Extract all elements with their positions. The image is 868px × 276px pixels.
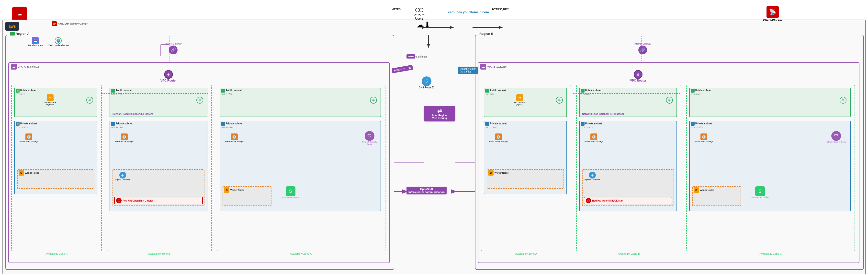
igw-b: Internet Gateway 🔗 bbox=[634, 43, 651, 55]
public-subnet-b-b: Public subnet 16.1.4.0/22 ⊕ Network Load… bbox=[579, 88, 677, 117]
worker-nodes-b-c: ⚙ Worker Nodes bbox=[692, 186, 741, 206]
vpc-peering-box: ⇄ Inter-Region VPC Peering bbox=[424, 106, 456, 121]
public-subnet-b-c: Public subnet 10.1.8.0/22 ⊕ bbox=[689, 88, 850, 117]
svg-rect-39 bbox=[691, 122, 694, 126]
svg-rect-28 bbox=[485, 89, 489, 92]
az-c-region-b: Availability Zone C Public subnet 10.1.8… bbox=[686, 85, 855, 251]
region-b-label: Region B bbox=[478, 32, 494, 35]
svg-text:💾: 💾 bbox=[33, 39, 38, 43]
openshift-b: ⭕ Red Hat OpenShift Cluster bbox=[584, 197, 672, 204]
pub-c-b-icon: ⊕ bbox=[840, 97, 846, 104]
dns-round-robin: www DNS Round-Robin bbox=[406, 54, 427, 58]
ingress-icon: ◈ bbox=[119, 172, 126, 178]
svg-rect-21 bbox=[111, 122, 115, 126]
nsg-a: 🛡 Network SecurityGroup bbox=[362, 131, 377, 145]
ingress-icon-b: ◈ bbox=[589, 172, 596, 178]
worker-nodes-a-a: ⚙ Worker Nodes bbox=[17, 169, 94, 189]
az-a-region-b: Availability Zone A Public subnet 10.1.0… bbox=[481, 85, 571, 251]
worker-icon: ⚙ bbox=[19, 170, 24, 175]
nat-icon-b: ⇒ bbox=[516, 94, 523, 101]
private-subnet-a-a: 🔒 Private subnet 10.0.12.0/22 💿 Elastic … bbox=[14, 121, 97, 194]
nat-gateway-a-a: ⇒ NAT Gateway(egress) bbox=[44, 94, 56, 106]
region-a-label: Region A bbox=[9, 32, 31, 35]
nlb-b-label: Network Load Balancer (L4 ingress) bbox=[582, 113, 624, 115]
public-subnet-a-c: Public subnet 10.0.8.0/22 ⊕ bbox=[220, 88, 381, 117]
nlb-a-label: Network Load Balancer (L4 ingress) bbox=[113, 113, 154, 115]
pub-c-icon: ⊕ bbox=[370, 97, 377, 104]
worker-nodes-a-c: ⚙ Worker Nodes bbox=[223, 186, 272, 206]
nsg-icon-a: 🛡 bbox=[365, 131, 374, 141]
svg-point-5 bbox=[419, 8, 423, 12]
iam-identity-center: 🔐 AWS IAM Identity Center bbox=[52, 21, 88, 26]
igw-a-icon: 🔗 bbox=[169, 46, 178, 54]
ebs-b-c: 💿 Elastic Block Storage bbox=[694, 134, 713, 142]
cloud-download-icon: ☁⬇ bbox=[416, 20, 431, 29]
www-badge: www bbox=[406, 54, 415, 58]
submariner-icon-a: S bbox=[286, 186, 296, 196]
pub-b-b-icon: ⊕ bbox=[666, 97, 673, 104]
private-subnet-b-b: Private subnet 10.1.16.0/22 💿 Elastic Bl… bbox=[579, 121, 677, 211]
pub-b-icon: ⊕ bbox=[196, 97, 203, 104]
elastic-backup-icon: 🪣 Elastic backup bucket bbox=[48, 37, 69, 47]
ebs-b-a: 💿 Elastic Block Storage bbox=[489, 134, 508, 142]
worker-icon-c: ⚙ bbox=[224, 187, 229, 193]
vpc-router-b-icon: ⊕ bbox=[634, 70, 643, 79]
svg-text:☁: ☁ bbox=[12, 65, 15, 68]
submariner-b: S Submariner Broker bbox=[751, 186, 769, 199]
dns-route53: 🛡 DNS Route 53 bbox=[419, 76, 434, 89]
redhat-logo-icon: ☁ bbox=[12, 7, 27, 21]
public-subnet-b-a: Public subnet 10.1.0/22 ⇒ NAT Gateway(eg… bbox=[484, 88, 567, 117]
architecture-diagram: aws 🔐 AWS IAM Identity Center Users 📡 Cl… bbox=[2, 20, 866, 274]
worker-nodes-b-a: ⚙ Worker Nodes bbox=[487, 169, 564, 189]
svg-text:☁: ☁ bbox=[482, 65, 485, 68]
openshift-a: ⭕ Red Hat OpenShift Cluster bbox=[114, 197, 203, 204]
svg-text:🔒: 🔒 bbox=[17, 89, 19, 92]
igw-b-icon: 🔗 bbox=[638, 46, 647, 54]
vpc-router-b: ⊕ VPC Router bbox=[630, 70, 646, 82]
ebs-a-b: 💿 Elastic Block Storage bbox=[115, 134, 133, 142]
private-subnet-a-b: Private subnet 10.0.16.0/22 💿 Elastic Bl… bbox=[110, 121, 208, 211]
terraform-state-icon: 💾 Terraform state bbox=[28, 37, 43, 47]
ebs-icon-a-a: 💿 bbox=[25, 134, 32, 140]
ebs-icon-b-b: 💿 bbox=[590, 134, 597, 140]
ebs-b-b: 💿 Elastic Block Storage bbox=[585, 134, 603, 142]
svg-rect-31 bbox=[485, 122, 489, 126]
aws-logo: aws bbox=[5, 22, 19, 31]
subnet-a-a-right-icon: ⊕ bbox=[86, 97, 93, 104]
active-region-badge: Active region bbox=[392, 65, 413, 74]
submariner-a: S Submariner Broker bbox=[281, 186, 300, 199]
openshift-icon-b: ⭕ bbox=[586, 198, 591, 203]
client-worker-icon: 📡 Client/Worker bbox=[763, 6, 782, 22]
region-a-flag-icon bbox=[10, 32, 15, 35]
worker-nodes-a-b: ◈ Ingress Controller ⭕ Red Hat OpenShift… bbox=[113, 169, 205, 206]
public-subnet-a-a: 🔒 Public subnet 10.0.0/22 ⇒ NAT Gateway(… bbox=[14, 88, 97, 117]
worker-icon-b-a: ⚙ bbox=[488, 170, 494, 175]
az-c-region-a: Availability Zone C Public subnet 10.0.8… bbox=[217, 85, 385, 251]
submariner-icon-b: S bbox=[755, 186, 765, 196]
dns-icon: 🛡 bbox=[422, 76, 431, 86]
svg-text:🔐: 🔐 bbox=[53, 22, 56, 25]
openshift-icon: ⭕ bbox=[116, 198, 122, 203]
aws-container: aws 🔐 AWS IAM Identity Center Users 📡 Cl… bbox=[2, 20, 866, 274]
nat-gateway-b-a: ⇒ NAT Gateway(egress) bbox=[514, 94, 526, 106]
ingress-b: ◈ Ingress Controller bbox=[585, 172, 600, 181]
az-b-region-b: Availability Zone B Public subnet 16.1.4… bbox=[576, 85, 681, 251]
nsg-b: 🛡 Network Security Group bbox=[826, 131, 846, 143]
svg-text:⊕: ⊕ bbox=[372, 98, 375, 102]
svg-point-4 bbox=[415, 8, 420, 12]
worker-nodes-b-b: ◈ Ingress Controller ⭕ Red Hat OpenShift… bbox=[582, 169, 674, 206]
az-a-region-a: Availability Zone A 🔒 Public subnet 10.0… bbox=[11, 85, 102, 251]
svg-text:⊕: ⊕ bbox=[558, 98, 561, 102]
az-b-region-a: Availability Zone B Public subnet 10.0.4… bbox=[106, 85, 212, 251]
private-subnet-b-c: Private subnet 10.1.20.0/22 💿 Elastic Bl… bbox=[689, 121, 850, 211]
users-icon: Users bbox=[414, 7, 425, 20]
https-label: HTTPS bbox=[392, 8, 401, 11]
ingress-a: ◈ Ingress Controller bbox=[115, 172, 130, 181]
svg-text:⊕: ⊕ bbox=[198, 98, 201, 102]
private-subnet-b-a: Private subnet 10.1.12.0/22 💿 Elastic Bl… bbox=[484, 121, 567, 194]
svg-rect-22 bbox=[221, 89, 225, 92]
vpc-a-container: ☁ VPC A 10.0.0.0/16 ⊕ VPC Router Availab… bbox=[8, 62, 390, 263]
ebs-icon-a-c: 💿 bbox=[231, 134, 238, 140]
camunda-domain: camunda.yourDomain.com bbox=[448, 10, 489, 14]
https-grpc-label: HTTPS/gRPC bbox=[492, 8, 509, 11]
